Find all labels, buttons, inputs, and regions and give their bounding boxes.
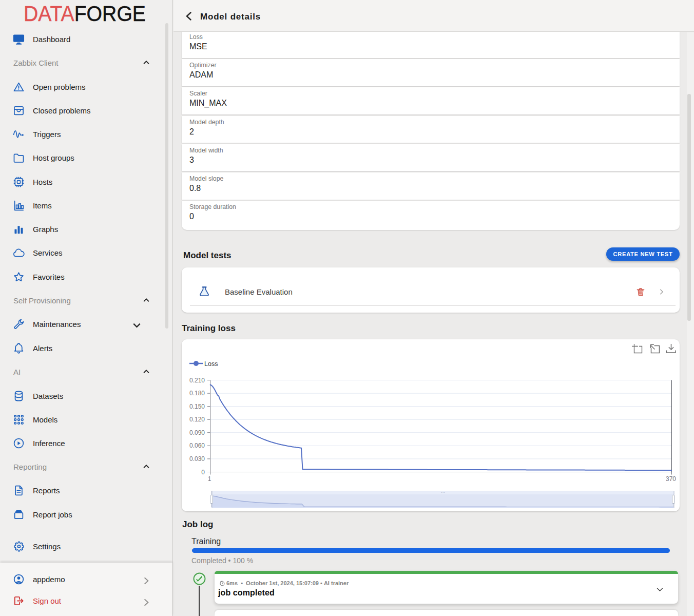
- svg-text:0.120: 0.120: [189, 416, 205, 423]
- svg-text:0: 0: [201, 469, 205, 476]
- svg-text:370: 370: [666, 475, 676, 483]
- svg-text:0.060: 0.060: [189, 442, 205, 449]
- svg-text:0.030: 0.030: [189, 455, 205, 463]
- svg-text:0.180: 0.180: [189, 390, 205, 397]
- svg-text:0.090: 0.090: [189, 429, 205, 436]
- svg-text:0.150: 0.150: [189, 403, 205, 410]
- svg-text:0.210: 0.210: [189, 377, 205, 384]
- svg-text:···: ···: [441, 491, 445, 495]
- svg-text:1: 1: [208, 475, 211, 483]
